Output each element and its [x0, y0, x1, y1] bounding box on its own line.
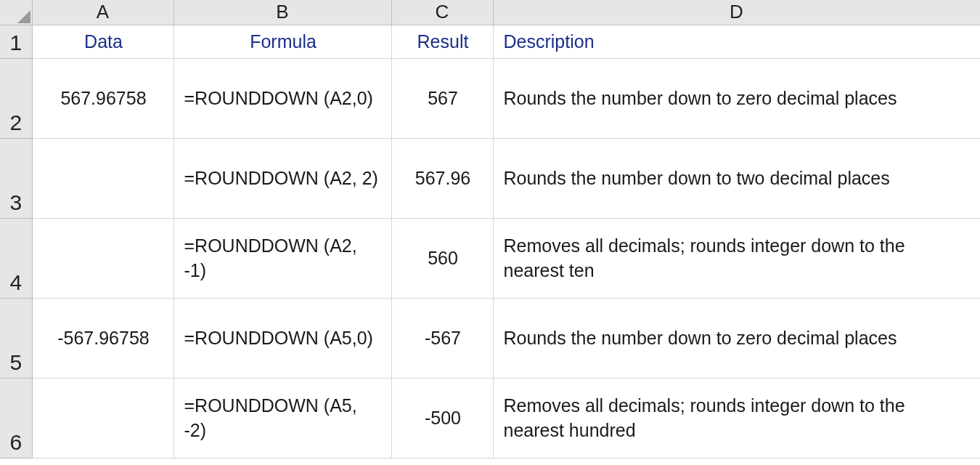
table-row: 1 Data Formula Result Description	[0, 25, 980, 59]
row-header[interactable]: 5	[0, 299, 32, 379]
select-all-corner[interactable]	[0, 0, 32, 25]
cell-C3[interactable]: 567.96	[391, 139, 493, 219]
row-header[interactable]: 4	[0, 219, 32, 299]
table-row: 6 =ROUNDDOWN (A5, -2) -500 Removes all d…	[0, 379, 980, 458]
row-header[interactable]: 1	[0, 25, 32, 59]
cell-C1[interactable]: Result	[391, 25, 493, 59]
cell-D5[interactable]: Rounds the number down to zero decimal p…	[493, 299, 980, 379]
table-row: 4 =ROUNDDOWN (A2, -1) 560 Removes all de…	[0, 219, 980, 299]
grid: A B C D 1 Data Formula Result Descriptio…	[0, 0, 980, 458]
cell-A1[interactable]: Data	[32, 25, 173, 59]
cell-B1[interactable]: Formula	[173, 25, 391, 59]
cell-C2[interactable]: 567	[391, 59, 493, 139]
spreadsheet: A B C D 1 Data Formula Result Descriptio…	[0, 0, 980, 465]
cell-A6[interactable]	[32, 379, 173, 458]
col-header-D[interactable]: D	[493, 0, 980, 25]
cell-C6[interactable]: -500	[391, 379, 493, 458]
row-header[interactable]: 2	[0, 59, 32, 139]
cell-A5[interactable]: -567.96758	[32, 299, 173, 379]
cell-C5[interactable]: -567	[391, 299, 493, 379]
cell-D6[interactable]: Removes all decimals; rounds integer dow…	[493, 379, 980, 458]
table-row: 5 -567.96758 =ROUNDDOWN (A5,0) -567 Roun…	[0, 299, 980, 379]
cell-B3[interactable]: =ROUNDDOWN (A2, 2)	[173, 139, 391, 219]
cell-A2[interactable]: 567.96758	[32, 59, 173, 139]
cell-A4[interactable]	[32, 219, 173, 299]
cell-C4[interactable]: 560	[391, 219, 493, 299]
cell-A3[interactable]	[32, 139, 173, 219]
cell-D1[interactable]: Description	[493, 25, 980, 59]
cell-D3[interactable]: Rounds the number down to two decimal pl…	[493, 139, 980, 219]
cell-B5[interactable]: =ROUNDDOWN (A5,0)	[173, 299, 391, 379]
cell-D2[interactable]: Rounds the number down to zero decimal p…	[493, 59, 980, 139]
cell-D4[interactable]: Removes all decimals; rounds integer dow…	[493, 219, 980, 299]
table-row: 2 567.96758 =ROUNDDOWN (A2,0) 567 Rounds…	[0, 59, 980, 139]
select-all-triangle-icon	[17, 10, 30, 23]
row-header[interactable]: 6	[0, 379, 32, 458]
row-header[interactable]: 3	[0, 139, 32, 219]
column-header-row: A B C D	[0, 0, 980, 25]
cell-B4[interactable]: =ROUNDDOWN (A2, -1)	[173, 219, 391, 299]
col-header-C[interactable]: C	[391, 0, 493, 25]
col-header-A[interactable]: A	[32, 0, 173, 25]
col-header-B[interactable]: B	[173, 0, 391, 25]
svg-marker-0	[17, 10, 30, 23]
cell-B6[interactable]: =ROUNDDOWN (A5, -2)	[173, 379, 391, 458]
table-row: 3 =ROUNDDOWN (A2, 2) 567.96 Rounds the n…	[0, 139, 980, 219]
cell-B2[interactable]: =ROUNDDOWN (A2,0)	[173, 59, 391, 139]
